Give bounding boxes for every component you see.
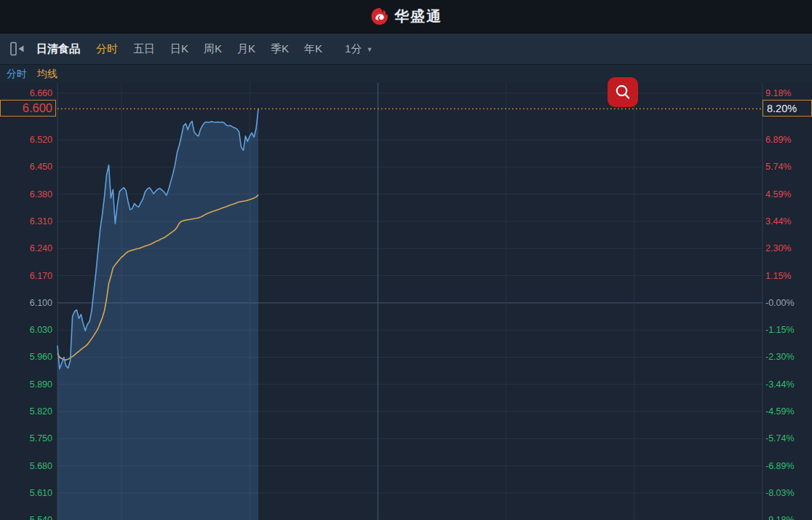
price-tick-label: 6.310 bbox=[0, 216, 52, 227]
price-tick-label: 6.030 bbox=[0, 324, 52, 336]
search-button[interactable] bbox=[608, 77, 638, 107]
stock-name[interactable]: 日清食品 bbox=[36, 42, 80, 56]
kline-interval-value: 1分 bbox=[345, 42, 362, 56]
tab-周K[interactable]: 周K bbox=[204, 42, 222, 56]
pct-tick-label: -6.89% bbox=[765, 460, 811, 472]
chart-canvas bbox=[0, 83, 812, 520]
price-tick-label: 5.610 bbox=[0, 487, 52, 499]
pct-tick-label: 9.18% bbox=[765, 87, 811, 99]
flame-logo-icon bbox=[370, 7, 389, 26]
price-tick-label: 6.100 bbox=[0, 297, 52, 309]
pct-tick-label: -5.74% bbox=[765, 433, 811, 444]
pct-tick-label: -4.59% bbox=[765, 406, 811, 417]
pct-tick-label: 4.59% bbox=[765, 189, 811, 200]
kline-interval-select[interactable]: 1分 ▼ bbox=[345, 42, 373, 56]
price-tick-label: 5.820 bbox=[0, 406, 52, 417]
tab-junxian-overlay[interactable]: 均线 bbox=[37, 68, 57, 81]
tab-分时[interactable]: 分时 bbox=[96, 42, 118, 56]
pct-tick-label: 6.89% bbox=[765, 134, 811, 146]
price-tick-label: 6.240 bbox=[0, 243, 52, 254]
tab-季K[interactable]: 季K bbox=[271, 42, 289, 56]
tab-fenshi-overlay[interactable]: 分时 bbox=[7, 68, 27, 81]
price-tick-label: 6.520 bbox=[0, 134, 52, 146]
price-tick-label: 5.890 bbox=[0, 379, 52, 390]
pct-tick-label: 5.74% bbox=[765, 161, 811, 173]
pct-tick-label: -8.03% bbox=[765, 487, 811, 499]
price-tick-label: 6.660 bbox=[0, 87, 52, 99]
app-logo: 华盛通 bbox=[370, 7, 442, 26]
price-tick-label: 5.750 bbox=[0, 433, 52, 444]
chart-toolbar: 日清食品 分时五日日K周K月K季K年K 1分 ▼ bbox=[0, 34, 812, 65]
price-tick-label: 5.960 bbox=[0, 351, 52, 363]
trading-app-window: 华盛通 日清食品 分时五日日K周K月K季K年K 1分 ▼ bbox=[0, 0, 812, 520]
pct-tick-label: -0.00% bbox=[765, 297, 811, 309]
tab-年K[interactable]: 年K bbox=[304, 42, 322, 56]
price-tick-label: 6.380 bbox=[0, 189, 52, 200]
price-area-fill bbox=[57, 109, 258, 520]
tab-月K[interactable]: 月K bbox=[237, 42, 255, 56]
price-tick-label: 5.680 bbox=[0, 460, 52, 472]
pct-tick-label: 1.15% bbox=[765, 270, 811, 282]
tab-五日[interactable]: 五日 bbox=[133, 42, 155, 56]
pct-tick-label: -3.44% bbox=[765, 379, 811, 390]
price-tick-label: 6.450 bbox=[0, 161, 52, 173]
chevron-down-icon: ▼ bbox=[366, 46, 373, 53]
pct-tick-label: 3.44% bbox=[765, 216, 811, 227]
pct-tick-label: 2.30% bbox=[765, 243, 811, 254]
current-change-box: 8.20% bbox=[763, 100, 812, 117]
overlay-tabs: 分时 均线 bbox=[0, 65, 812, 83]
current-price-box: 6.600 bbox=[0, 100, 56, 117]
intraday-chart[interactable]: 6.6606.5206.4506.3806.3106.2406.1706.100… bbox=[0, 83, 812, 520]
price-tick-label: 5.540 bbox=[0, 514, 52, 520]
period-tabs: 分时五日日K周K月K季K年K bbox=[96, 42, 322, 56]
collapse-panel-icon[interactable] bbox=[9, 41, 25, 57]
pct-tick-label: -2.30% bbox=[765, 351, 811, 363]
pct-tick-label: -1.15% bbox=[765, 324, 811, 336]
tab-日K[interactable]: 日K bbox=[170, 42, 188, 56]
price-tick-label: 6.170 bbox=[0, 270, 52, 282]
pct-tick-label: -9.18% bbox=[765, 514, 811, 520]
app-title: 华盛通 bbox=[394, 7, 442, 26]
app-header: 华盛通 bbox=[0, 0, 812, 34]
search-icon bbox=[613, 83, 632, 102]
